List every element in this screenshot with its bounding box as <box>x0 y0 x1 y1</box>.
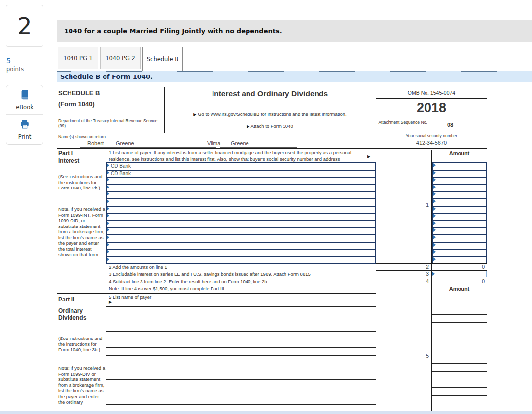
question-banner-text: 1040 for a couple Married Filing Jointly… <box>57 27 282 35</box>
entry-arrow-icon <box>433 257 436 261</box>
dividend-amount-line <box>432 347 487 355</box>
horizontal-scrollbar[interactable] <box>0 411 532 414</box>
question-number-box: 2 <box>6 5 43 47</box>
payer-name-input[interactable] <box>107 228 375 235</box>
dividend-payer-line <box>106 339 376 347</box>
print-label: Print <box>18 133 31 140</box>
tab-1040-pg1[interactable]: 1040 PG 1 <box>58 47 98 69</box>
dividend-payer-line <box>106 315 376 323</box>
part1-title: Interest <box>58 157 79 164</box>
amount-input[interactable] <box>433 257 486 263</box>
amount-input[interactable] <box>433 185 486 192</box>
dividend-payer-line <box>106 396 376 404</box>
dividend-amount-line <box>432 364 487 372</box>
dividend-payer-line <box>106 307 376 315</box>
attachment-seq-value: 08 <box>447 122 453 128</box>
entry-arrow-icon <box>107 207 109 211</box>
tab-schedule-b[interactable]: Schedule B <box>142 47 183 71</box>
amount-input[interactable] <box>433 228 486 235</box>
dividend-amount-line <box>432 323 487 331</box>
line1-number: 1 <box>376 202 429 208</box>
payer-name-input[interactable] <box>107 185 375 192</box>
payer-name-input[interactable] <box>107 214 375 221</box>
dividend-payer-line <box>106 332 376 339</box>
line2-number: 2 <box>376 264 429 270</box>
line4-value: 0 <box>431 278 485 284</box>
form-number-label: (Form 1040) <box>58 100 95 108</box>
entry-arrow-icon <box>107 228 109 232</box>
entry-arrow-icon <box>107 243 109 247</box>
entry-arrow-icon <box>433 199 436 203</box>
amount-input[interactable] <box>433 192 486 199</box>
part1-amount-rows <box>432 162 487 264</box>
payer-name-input[interactable] <box>107 207 375 214</box>
line3-amount-input[interactable] <box>432 271 487 277</box>
payer-name-input[interactable]: CD Bank <box>107 163 375 171</box>
dividend-payer-line <box>106 299 376 307</box>
tab-1040-pg2[interactable]: 1040 PG 2 <box>100 47 141 69</box>
part2-amount-header: Amount <box>431 286 487 292</box>
payer-name-input[interactable] <box>107 178 375 185</box>
amount-input[interactable] <box>433 214 486 221</box>
ebook-button[interactable]: eBook <box>6 85 43 114</box>
amount-input[interactable] <box>433 250 486 257</box>
dividend-amount-line <box>432 299 487 306</box>
dividend-amount-line <box>432 379 487 387</box>
dividend-payer-line <box>106 388 376 396</box>
entry-arrow-icon <box>433 185 436 189</box>
payer-name-input[interactable]: CD Bank <box>107 171 375 178</box>
print-button[interactable]: Print <box>6 114 43 144</box>
taxpayer-last-name: Greene <box>116 140 134 146</box>
payer-name-input[interactable] <box>107 250 375 257</box>
entry-arrow-icon <box>433 192 436 196</box>
payer-name-input[interactable] <box>107 257 375 263</box>
amount-input[interactable] <box>433 221 486 228</box>
dividend-amount-line <box>432 315 487 323</box>
part2-payer-lines <box>106 299 376 413</box>
attach-line: ▶ Attach to Form 1040 <box>164 123 376 129</box>
part2-title: Ordinary Dividends <box>58 307 103 321</box>
entry-arrow-icon <box>107 235 109 239</box>
dividend-payer-line <box>106 323 376 331</box>
entry-arrow-icon <box>433 250 436 254</box>
part2-label: Part II <box>58 296 74 303</box>
tax-year: 2018 <box>376 100 487 115</box>
entry-arrow-icon <box>433 228 436 232</box>
payer-name-input[interactable] <box>107 199 375 207</box>
entry-arrow-icon <box>433 243 436 247</box>
dividend-payer-line <box>106 348 376 356</box>
part1-amount-header: Amount <box>431 151 487 156</box>
amount-input[interactable] <box>433 171 486 178</box>
question-banner: 1040 for a couple Married Filing Jointly… <box>57 20 532 42</box>
amount-input[interactable] <box>433 243 486 250</box>
entry-arrow-icon <box>107 192 109 196</box>
amount-input[interactable] <box>433 235 486 243</box>
part2-see-instructions: (See instructions and the instructions f… <box>58 336 106 353</box>
schedule-label: SCHEDULE B <box>58 89 100 97</box>
dividend-payer-line <box>106 380 376 388</box>
amount-input[interactable] <box>433 163 486 171</box>
ebook-icon <box>19 89 30 102</box>
amount-input[interactable] <box>433 178 486 185</box>
amount-input[interactable] <box>433 199 486 207</box>
pointer-icon: ▶ <box>193 113 196 117</box>
dividend-amount-line <box>432 339 487 347</box>
omb-label: OMB No. 1545-0074 <box>376 90 487 96</box>
dividend-amount-line <box>432 331 487 339</box>
payer-name-input[interactable] <box>107 235 375 243</box>
payer-name-input[interactable] <box>107 243 375 250</box>
line3-number: 3 <box>376 271 429 277</box>
subtitle-text: Schedule B of Form 1040. <box>57 73 153 80</box>
dividend-payer-line <box>106 364 376 372</box>
page: 2 5 points eBook <box>0 0 532 414</box>
amount-input[interactable] <box>433 207 486 214</box>
payer-name-input[interactable] <box>107 221 375 228</box>
entry-arrow-icon <box>107 185 109 189</box>
spouse-last-name: Greene <box>231 140 249 146</box>
line3-text: 3 Excludable interest on series EE and I… <box>109 271 311 277</box>
dividend-payer-line <box>106 372 376 380</box>
payer-name-input[interactable] <box>107 192 375 199</box>
line2-text: 2 Add the amounts on line 1 <box>109 264 167 270</box>
entry-arrow-icon <box>107 250 109 254</box>
entry-arrow-icon <box>107 163 109 167</box>
